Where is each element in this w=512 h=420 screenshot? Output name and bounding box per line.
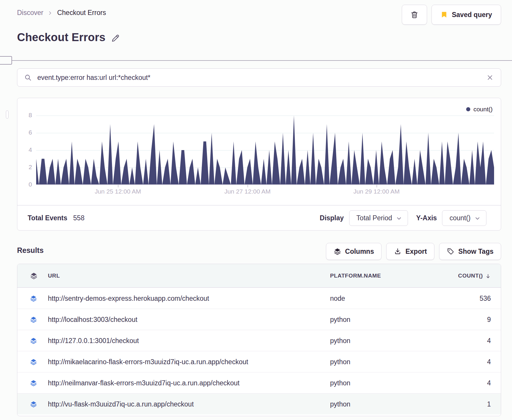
x-tick-label: Jun 27 12:00 AM: [209, 188, 286, 195]
results-table: URL PLATFORM.NAME COUNT() http://sentry-…: [17, 264, 501, 416]
saved-query-label: Saved query: [452, 11, 492, 19]
chevron-right-icon: [48, 11, 52, 15]
chart-controls: Display Total Period Y-Axis count(): [320, 205, 489, 231]
count-cell: 536: [480, 288, 491, 309]
x-tick-label: Jun 25 12:00 AM: [80, 188, 156, 195]
display-label: Display: [320, 214, 344, 222]
platform-cell: python: [330, 351, 350, 372]
results-actions: Columns Export Show Tags: [326, 243, 501, 260]
column-header-count[interactable]: COUNT(): [458, 264, 491, 288]
display-dropdown-value: Total Period: [357, 214, 392, 222]
download-icon: [394, 248, 401, 255]
yaxis-dropdown-value: count(): [449, 214, 471, 222]
legend-dot-icon: [466, 107, 470, 111]
platform-cell: python: [330, 394, 350, 415]
url-cell[interactable]: http://vu-flask-m3uuizd7iq-uc.a.run.app/…: [48, 394, 194, 415]
show-tags-button[interactable]: Show Tags: [439, 243, 501, 260]
row-stack-icon[interactable]: [30, 351, 37, 372]
results-heading: Results: [17, 246, 43, 255]
export-button-label: Export: [405, 248, 427, 256]
bookmark-icon: [441, 11, 448, 18]
chart-legend: count(): [466, 106, 493, 113]
chevron-down-icon: [475, 216, 480, 221]
y-tick-label: 0: [21, 181, 32, 188]
top-actions: Saved query: [402, 5, 501, 25]
row-stack-icon[interactable]: [30, 288, 37, 309]
x-tick-label: Jun 29 12:00 AM: [338, 188, 415, 195]
count-cell: 9: [487, 309, 491, 330]
header-divider: [0, 60, 512, 61]
legend-label: count(): [473, 106, 493, 113]
title-row: Checkout Errors: [17, 31, 120, 44]
saved-query-button[interactable]: Saved query: [431, 5, 501, 25]
table-row: http://127.0.0.1:3001/checkout python 4: [17, 330, 501, 351]
column-header-count-label: COUNT(): [458, 273, 483, 279]
search-input[interactable]: event.type:error has:url url:*checkout*: [37, 74, 480, 82]
chart-card: count() 8 6 4 2 0 Jun 25 12:00 AM Jun 27…: [17, 98, 501, 231]
y-tick-label: 6: [21, 129, 32, 136]
chart-plot: [36, 115, 494, 185]
y-tick-label: 4: [21, 146, 32, 153]
export-button[interactable]: Export: [386, 243, 434, 260]
tag-icon: [447, 248, 454, 255]
count-cell: 4: [487, 330, 491, 351]
table-row: http://mikaelacarino-flask-errors-m3uuiz…: [17, 351, 501, 372]
x-tick-mark: [247, 185, 248, 187]
search-bar: event.type:error has:url url:*checkout*: [17, 68, 501, 87]
url-cell[interactable]: http://mikaelacarino-flask-errors-m3uuiz…: [48, 351, 248, 372]
columns-button-label: Columns: [345, 248, 374, 256]
scrollbar-handle[interactable]: [6, 110, 9, 119]
panel-collapse-tab[interactable]: [0, 56, 12, 65]
columns-button[interactable]: Columns: [326, 243, 382, 260]
breadcrumb-discover-link[interactable]: Discover: [17, 9, 43, 17]
yaxis-label: Y-Axis: [416, 214, 437, 222]
clear-search-icon[interactable]: [486, 74, 494, 81]
breadcrumb-current: Checkout Errors: [57, 9, 106, 17]
breadcrumb: Discover Checkout Errors: [17, 9, 106, 17]
row-stack-icon[interactable]: [30, 309, 37, 330]
x-tick-mark: [377, 185, 377, 187]
table-row: http://neilmanvar-flask-errors-m3uuizd7i…: [17, 372, 501, 393]
column-header-url[interactable]: URL: [48, 264, 60, 288]
table-row: http://vu-flask-m3uuizd7iq-uc.a.run.app/…: [17, 393, 501, 414]
stack-icon: [30, 264, 38, 288]
delete-query-button[interactable]: [402, 5, 427, 25]
url-cell[interactable]: http://127.0.0.1:3001/checkout: [48, 330, 139, 351]
trash-icon: [410, 11, 419, 19]
row-stack-icon[interactable]: [30, 372, 37, 394]
platform-cell: node: [330, 288, 345, 309]
y-tick-label: 8: [21, 112, 32, 119]
platform-cell: python: [330, 309, 350, 330]
search-icon: [24, 74, 32, 81]
page-title: Checkout Errors: [17, 31, 106, 44]
table-header-row: URL PLATFORM.NAME COUNT(): [17, 264, 501, 288]
yaxis-dropdown[interactable]: count(): [442, 210, 486, 226]
count-cell: 4: [487, 372, 491, 394]
url-cell[interactable]: http://localhost:3003/checkout: [48, 309, 137, 330]
count-cell: 1: [487, 394, 491, 415]
row-stack-icon[interactable]: [30, 330, 37, 351]
chevron-down-icon: [396, 216, 402, 221]
x-axis-line: [36, 184, 494, 185]
show-tags-button-label: Show Tags: [458, 248, 493, 256]
total-events-label: Total Events: [28, 214, 67, 222]
url-cell[interactable]: http://neilmanvar-flask-errors-m3uuizd7i…: [48, 372, 240, 394]
sort-descending-icon: [485, 273, 491, 279]
y-tick-label: 2: [21, 164, 32, 171]
area-chart: [36, 115, 494, 185]
display-dropdown[interactable]: Total Period: [349, 210, 408, 226]
edit-title-icon[interactable]: [111, 34, 120, 43]
count-cell: 4: [487, 351, 491, 372]
total-events-value: 558: [73, 214, 84, 222]
platform-cell: python: [330, 330, 350, 351]
x-tick-mark: [118, 185, 118, 187]
layers-icon: [334, 248, 341, 255]
column-header-platform[interactable]: PLATFORM.NAME: [330, 264, 381, 288]
area-series-count: [36, 115, 494, 185]
url-cell[interactable]: http://sentry-demos-express.herokuapp.co…: [48, 288, 209, 309]
table-row: http://localhost:3003/checkout python 9: [17, 309, 501, 330]
platform-cell: python: [330, 372, 350, 394]
row-stack-icon[interactable]: [30, 394, 37, 415]
table-row: http://sentry-demos-express.herokuapp.co…: [17, 288, 501, 309]
total-events: Total Events 558: [28, 205, 84, 231]
